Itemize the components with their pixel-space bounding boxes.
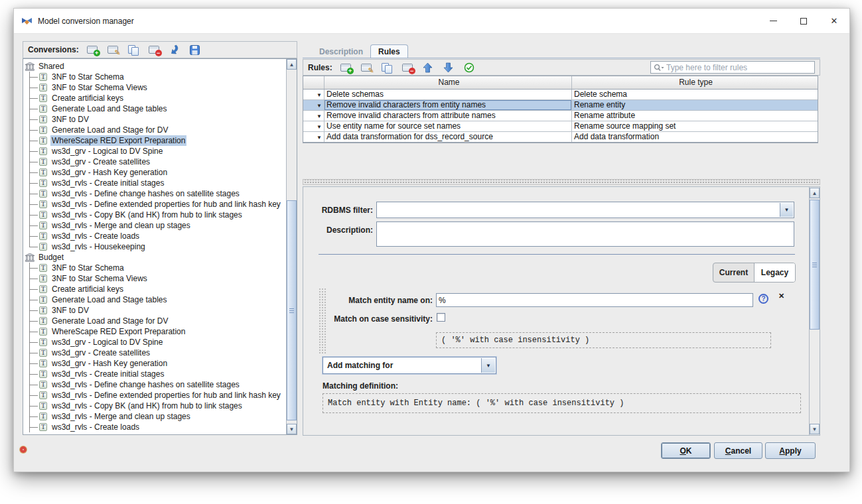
ok-button[interactable]: OK <box>661 442 711 459</box>
tree-item[interactable]: T ws3d_grv - Hash Key generation <box>23 167 286 178</box>
tree-item[interactable]: T ws3d_rvls - Define extended properties… <box>23 390 286 401</box>
table-row[interactable]: ▼ Remove invalid characters from entity … <box>303 100 818 111</box>
scroll-down-button[interactable]: ▼ <box>287 424 297 434</box>
tree-item[interactable]: T ws3d_rvls - Merge and clean up stages <box>23 411 286 422</box>
tab-description[interactable]: Description <box>312 45 370 58</box>
rule-name-cell[interactable]: Use entity name for source set names <box>324 121 572 131</box>
help-lifebuoy-icon[interactable] <box>20 446 27 453</box>
rule-name-cell[interactable]: Add data transformation for dss_record_s… <box>324 132 572 142</box>
tree-item[interactable]: T Shared <box>23 61 286 72</box>
table-row[interactable]: ▼ Delete schemas Delete schema <box>303 90 818 100</box>
move-rule-down-button[interactable] <box>441 61 456 74</box>
description-textarea[interactable] <box>376 221 794 247</box>
tree-scrollbar[interactable]: ▲ ▼ <box>286 59 297 434</box>
table-row[interactable]: ▼ Use entity name for source set names R… <box>303 121 818 132</box>
name-column-header[interactable]: Name <box>324 76 572 89</box>
tree-item[interactable]: T ws3d_rvls - Create initial stages <box>23 369 286 379</box>
tab-rules[interactable]: Rules <box>370 44 408 58</box>
tree-item[interactable]: T Generate Load and Stage for DV <box>23 316 286 326</box>
chevron-down-icon[interactable]: ▼ <box>481 358 495 373</box>
rule-type-cell[interactable]: Delete schema <box>572 90 818 99</box>
tree-item[interactable]: T Budget <box>23 252 286 263</box>
refresh-conversion-button[interactable] <box>167 44 182 56</box>
tree-item[interactable]: T Generate Load and Stage tables <box>23 294 286 305</box>
row-menu-cell[interactable]: ▼ <box>303 100 324 110</box>
tree-item[interactable]: T 3NF to Star Schema Views <box>23 273 286 284</box>
tree-item[interactable]: T ws3d_rvls - Copy BK (and HK) from hub … <box>23 210 286 220</box>
rule-name-cell[interactable]: Delete schemas <box>324 90 572 99</box>
cancel-button[interactable]: Cancel <box>714 442 762 459</box>
chevron-down-icon[interactable]: ▼ <box>780 203 793 217</box>
table-row[interactable]: ▼ Remove invalid characters from attribu… <box>303 111 818 121</box>
row-menu-cell[interactable]: ▼ <box>303 121 324 131</box>
tree-item[interactable]: T ws3d_grv - Hash Key generation <box>23 358 286 369</box>
new-rule-button[interactable]: + <box>338 61 353 74</box>
edit-rule-button[interactable]: ✎ <box>359 61 374 74</box>
tree-item[interactable]: T ws3d_rvls - Define change hashes on sa… <box>23 188 286 199</box>
remove-match-icon[interactable]: ✕ <box>778 292 784 300</box>
rdbms-filter-combobox[interactable]: ▼ <box>376 202 794 218</box>
case-sensitivity-checkbox[interactable] <box>437 313 445 322</box>
tree-item[interactable]: T ws3d_grv - Logical to DV Spine <box>23 146 286 157</box>
rule-type-column-header[interactable]: Rule type <box>572 76 818 89</box>
scrollbar-thumb[interactable] <box>287 200 297 420</box>
tree-item[interactable]: T ws3d_rvls - Create initial stages <box>23 178 286 188</box>
tree-item[interactable]: T ws3d_rvls - Create loads <box>23 231 286 241</box>
edit-conversion-button[interactable]: ✎ <box>106 44 120 56</box>
tree-item[interactable]: T Create artificial keys <box>23 284 286 294</box>
validate-rules-button[interactable] <box>462 61 476 74</box>
rule-name-cell[interactable]: Remove invalid characters from attribute… <box>324 111 572 121</box>
table-row[interactable]: ▼ Add data transformation for dss_record… <box>303 132 818 143</box>
add-matching-combobox[interactable]: Add matching for ▼ <box>323 357 496 374</box>
tree-item[interactable]: T 3NF to Star Schema <box>23 72 286 82</box>
row-menu-cell[interactable]: ▼ <box>303 132 324 142</box>
tab-current[interactable]: Current <box>713 263 754 282</box>
tree-item[interactable]: T Generate Load and Stage tables <box>23 103 286 114</box>
tree-item[interactable]: T ws3d_rvls - Create loads <box>23 422 286 432</box>
row-menu-cell[interactable]: ▼ <box>303 111 324 121</box>
maximize-button[interactable] <box>788 9 819 34</box>
delete-conversion-button[interactable]: − <box>147 44 161 56</box>
delete-rule-button[interactable]: − <box>400 61 415 74</box>
copy-rule-button[interactable] <box>380 61 394 74</box>
move-rule-up-button[interactable] <box>421 61 435 74</box>
minimize-button[interactable] <box>758 9 788 34</box>
rule-type-cell[interactable]: Rename source mapping set <box>572 121 818 131</box>
horizontal-splitter[interactable] <box>303 179 820 185</box>
tree-item[interactable]: T ws3d_rvls - Define extended properties… <box>23 199 286 210</box>
tree-item[interactable]: T ws3d_rvls - Define change hashes on sa… <box>23 379 286 390</box>
tree-item[interactable]: T ws3d_grv - Logical to DV Spine <box>23 337 286 347</box>
scroll-up-button[interactable]: ▲ <box>810 188 820 198</box>
help-icon[interactable]: ? <box>758 294 768 304</box>
tree-item[interactable]: T ws3d_rvls - Housekeeping <box>23 241 286 252</box>
tree-item[interactable]: T WhereScape RED Export Preparation <box>23 326 286 337</box>
rule-type-cell[interactable]: Rename entity <box>572 100 818 110</box>
scroll-down-button[interactable]: ▼ <box>810 424 820 434</box>
rule-type-cell[interactable]: Add data transformation <box>572 132 818 142</box>
tree-item[interactable]: T Create artificial keys <box>23 93 286 103</box>
tab-legacy[interactable]: Legacy <box>754 263 795 282</box>
tree-item[interactable]: T WhereScape RED Export Preparation <box>23 135 286 146</box>
search-icon[interactable] <box>654 64 664 72</box>
tree-item[interactable]: T ws3d_grv - Create satellites <box>23 347 286 358</box>
tree-item[interactable]: T ws3d_rvls - Merge and clean up stages <box>23 220 286 231</box>
rule-type-cell[interactable]: Rename attribute <box>572 111 818 121</box>
scroll-up-button[interactable]: ▲ <box>287 59 297 70</box>
detail-scrollbar[interactable]: ▲ ▼ <box>809 187 820 435</box>
match-entity-input[interactable] <box>436 293 753 307</box>
tree-item[interactable]: T Generate Load and Stage for DV <box>23 125 286 135</box>
scrollbar-thumb[interactable] <box>810 200 820 330</box>
tree-item[interactable]: T 3NF to Star Schema Views <box>23 82 286 93</box>
close-button[interactable]: ✕ <box>819 9 849 34</box>
apply-button[interactable]: Apply <box>765 442 816 459</box>
tree-item[interactable]: T 3NF to DV <box>23 305 286 316</box>
rule-name-cell[interactable]: Remove invalid characters from entity na… <box>324 100 572 110</box>
tree-item[interactable]: T 3NF to DV <box>23 114 286 125</box>
save-conversion-button[interactable] <box>188 44 202 56</box>
row-menu-cell[interactable]: ▼ <box>303 90 324 99</box>
tree-item[interactable]: T ws3d_rvls - Copy BK (and HK) from hub … <box>23 401 286 411</box>
filter-rules-input[interactable] <box>666 63 812 72</box>
tree-item[interactable]: T 3NF to Star Schema <box>23 263 286 273</box>
tree-item[interactable]: T ws3d_grv - Create satellites <box>23 157 286 167</box>
new-conversion-button[interactable]: + <box>85 44 100 56</box>
